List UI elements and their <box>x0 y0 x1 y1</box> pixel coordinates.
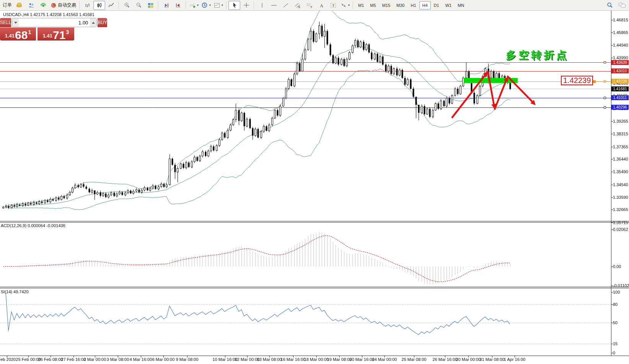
text-label-button[interactable]: T <box>327 1 339 10</box>
tline-icon <box>283 3 289 8</box>
one-click-trading-panel: SELL BUY 1.41681 1.41713 <box>0 18 74 41</box>
indicator-tick-label: 15 <box>613 341 618 346</box>
zoom-out-button[interactable] <box>133 1 145 10</box>
zoomin-icon <box>124 2 130 8</box>
timeframe-h1-button[interactable]: H1 <box>407 1 419 10</box>
trendline-button[interactable] <box>280 1 292 10</box>
line-chart-button[interactable] <box>105 1 117 10</box>
shiftend-icon <box>175 3 181 8</box>
price-level-badge: 1.42239 <box>611 79 629 84</box>
fibo-icon: F <box>306 3 313 8</box>
buy-price-small: 1.41 <box>43 33 52 39</box>
periods-icon <box>202 2 208 8</box>
indicator-tick-label: 80 <box>613 302 618 307</box>
timeframe-m15-button[interactable]: M15 <box>379 1 393 10</box>
sell-price-big: 68 <box>15 30 28 40</box>
arrows-button[interactable]: ▾ <box>339 1 351 10</box>
channel-icon: E <box>295 3 301 8</box>
timeframe-h4-button[interactable]: H4 <box>419 1 431 10</box>
timeframe-m1-button[interactable]: M1 <box>355 1 367 10</box>
sell-price-display[interactable]: 1.41681 <box>0 28 36 41</box>
price-tick-label: 1.34540 <box>613 182 628 187</box>
gold-account-button[interactable] <box>13 1 25 10</box>
macd-pane-label: ACD(12,26,9) 0.000064 -0.001436 <box>1 223 65 228</box>
candlestick-chart-button[interactable] <box>93 1 105 10</box>
time-tick-label: 25 Mar 08:00 <box>397 357 431 362</box>
search-button[interactable] <box>604 1 616 10</box>
timeframe-m5-button[interactable]: M5 <box>367 1 379 10</box>
horizontal-line-button[interactable] <box>268 1 280 10</box>
auto-trading-button-label: 自动交易 <box>58 2 76 8</box>
price-tick-label: 1.33590 <box>613 195 628 200</box>
community-button[interactable] <box>25 1 37 10</box>
price-tick-label: 1.36440 <box>613 157 628 161</box>
svg-text:A: A <box>320 3 323 8</box>
chart-shift-button[interactable] <box>172 1 184 10</box>
toolbar-separator <box>226 2 227 9</box>
toolbar-separator <box>119 2 119 9</box>
periods-button[interactable]: ▾ <box>200 1 212 10</box>
candles-icon <box>96 3 103 8</box>
timeframe-d1-button[interactable]: D1 <box>431 1 442 10</box>
fibonacci-button[interactable]: F <box>303 1 315 10</box>
zoom-in-button[interactable] <box>121 1 133 10</box>
volume-decrease-button[interactable] <box>12 18 19 27</box>
price-level-badge: 1.41011 <box>611 95 629 100</box>
tile-icon <box>148 3 154 8</box>
toolbar-separator <box>353 2 354 9</box>
vertical-line-button[interactable] <box>256 1 268 10</box>
indicators-icon <box>189 3 196 8</box>
time-tick-label: 1 Apr 16:00 <box>497 357 532 362</box>
auto-scroll-button[interactable] <box>160 1 172 10</box>
sell-price-small: 1.41 <box>5 33 15 39</box>
search-icon <box>607 2 613 8</box>
timeframe-mn-button[interactable]: MN <box>455 1 467 10</box>
sell-price-sup: 1 <box>28 29 31 35</box>
templates-button[interactable]: ▾ <box>212 1 225 10</box>
bars-icon <box>85 3 91 8</box>
cursor-button[interactable] <box>228 1 240 10</box>
indicators-button[interactable]: ▾ <box>188 1 200 10</box>
mt4-window: 订单自动交易▾▾▾EFAT▾M1M5M15M30H1H4D1W1MN USDCA… <box>0 0 629 364</box>
triangle-up-icon <box>92 22 95 24</box>
price-level-badge: 1.43010 <box>611 68 629 73</box>
templates-icon <box>214 3 220 8</box>
triangle-down-icon <box>14 22 17 24</box>
cursor-icon <box>231 2 238 8</box>
gold-icon <box>16 3 23 8</box>
svg-text:F: F <box>311 5 312 8</box>
bar-chart-button[interactable] <box>81 1 93 10</box>
price-tick-label: 1.46815 <box>613 18 628 22</box>
rsi-pane-label: SI(14) 49.7420 <box>1 289 29 294</box>
equidistant-channel-button[interactable]: E <box>292 1 303 10</box>
chevron-down-icon: ▾ <box>209 3 211 7</box>
signal-icon <box>40 3 46 8</box>
indicator-tick-label: 0.02062 <box>613 227 628 232</box>
buy-price-big: 71 <box>53 30 65 40</box>
price-callout-label: 1.42239 <box>561 76 593 85</box>
chevron-down-icon: ▾ <box>222 3 223 7</box>
chevron-down-icon: ▾ <box>348 3 350 7</box>
price-tick-label: 1.38315 <box>613 132 628 136</box>
timeframe-w1-button[interactable]: W1 <box>442 1 455 10</box>
crosshair-button[interactable] <box>240 1 252 10</box>
sell-button[interactable]: SELL <box>0 18 11 27</box>
buy-button[interactable]: BUY <box>98 18 107 27</box>
price-tick-label: 1.43990 <box>613 55 628 60</box>
signals-button[interactable] <box>37 1 49 10</box>
tile-windows-button[interactable] <box>145 1 156 10</box>
volume-input[interactable] <box>19 18 90 27</box>
vline-icon <box>259 3 265 8</box>
turning-point-annotation: 多空转折点 <box>506 48 569 62</box>
volume-increase-button[interactable] <box>90 18 96 27</box>
auto-trading-button[interactable]: 自动交易 <box>49 1 78 10</box>
new-order-button[interactable]: 订单 <box>1 1 13 10</box>
price-tick-label: 1.39265 <box>613 119 628 123</box>
buy-price-display[interactable]: 1.41713 <box>37 28 74 41</box>
text-button[interactable]: A <box>315 1 327 10</box>
new-order-button-label: 订单 <box>3 2 12 8</box>
chat-button[interactable] <box>616 1 628 10</box>
indicator-tick-label: -0.011023 <box>613 283 629 288</box>
timeframe-m30-button[interactable]: M30 <box>393 1 407 10</box>
price-level-badge: 1.43639 <box>611 60 629 65</box>
